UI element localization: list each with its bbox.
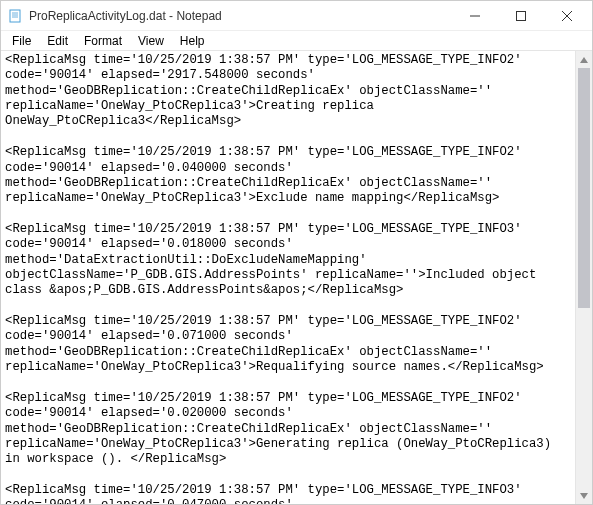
notepad-icon — [7, 8, 23, 24]
titlebar: ProReplicaActivityLog.dat - Notepad — [1, 1, 592, 31]
menu-view[interactable]: View — [131, 32, 171, 50]
scroll-down-button[interactable] — [576, 487, 592, 504]
window-controls — [452, 1, 590, 31]
window-title: ProReplicaActivityLog.dat - Notepad — [29, 9, 452, 23]
text-content[interactable]: <ReplicaMsg time='10/25/2019 1:38:57 PM'… — [1, 51, 575, 504]
close-button[interactable] — [544, 1, 590, 31]
vertical-scrollbar[interactable] — [575, 51, 592, 504]
menu-help[interactable]: Help — [173, 32, 212, 50]
svg-marker-8 — [580, 57, 588, 63]
scroll-thumb[interactable] — [578, 68, 590, 308]
scroll-track[interactable] — [576, 68, 592, 487]
minimize-button[interactable] — [452, 1, 498, 31]
svg-marker-9 — [580, 493, 588, 499]
menu-file[interactable]: File — [5, 32, 38, 50]
menubar: File Edit Format View Help — [1, 31, 592, 51]
maximize-button[interactable] — [498, 1, 544, 31]
menu-format[interactable]: Format — [77, 32, 129, 50]
scroll-up-button[interactable] — [576, 51, 592, 68]
editor-area: <ReplicaMsg time='10/25/2019 1:38:57 PM'… — [1, 51, 592, 504]
svg-rect-0 — [10, 10, 20, 22]
svg-rect-5 — [517, 11, 526, 20]
menu-edit[interactable]: Edit — [40, 32, 75, 50]
